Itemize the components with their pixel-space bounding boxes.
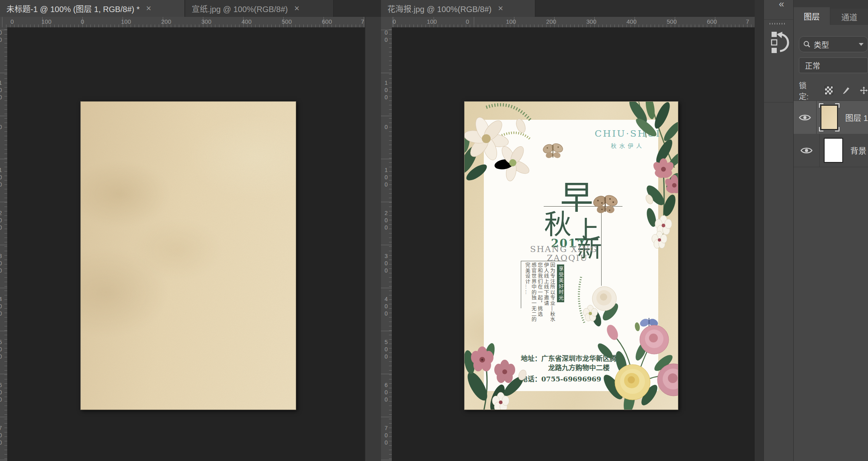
butterfly-icon	[592, 193, 618, 216]
ruler-minor-ticks	[392, 25, 755, 27]
tab-channels[interactable]: 通道	[831, 9, 868, 25]
tab-layers[interactable]: 图层	[794, 7, 830, 25]
ruler-label: 700	[383, 425, 389, 447]
ruler-minor-ticks	[4, 27, 7, 461]
tab-untitled-1-label: 未标题-1 @ 100% (图层 1, RGB/8#) *	[6, 3, 140, 14]
collapsed-panel-strip	[764, 0, 794, 461]
lock-brush-icon[interactable]	[842, 86, 850, 95]
ruler-label: 300	[201, 18, 211, 25]
history-panel-icon[interactable]	[770, 30, 788, 53]
vertical-ruler-left-pane[interactable]: 00 100 0 100 200 300 400 500 600 700 800	[0, 27, 8, 461]
panel-tab-bar: 图层 通道	[794, 7, 868, 25]
tab-xuanzhi-label: 宣纸.jpg @ 100%(RGB/8#)	[192, 3, 288, 14]
ruler-minor-ticks	[389, 27, 392, 461]
ruler-label: 700	[0, 425, 4, 447]
ruler-label: 100	[506, 18, 516, 25]
ruler-label: 0	[466, 18, 469, 25]
eye-icon	[800, 147, 813, 154]
ruler-label: 300	[586, 18, 596, 25]
ruler-label: 600	[383, 382, 389, 404]
frame-line-v2	[521, 261, 521, 308]
tab-huahaibao-label: 花海报.jpg @ 100%(RGB/8#)	[387, 3, 491, 14]
chevron-down-icon	[859, 43, 864, 46]
ruler-label: 0	[81, 18, 84, 25]
close-icon[interactable]: ×	[294, 4, 299, 13]
layer-thumbnail[interactable]	[821, 105, 838, 130]
lock-row: 锁定:	[799, 80, 868, 101]
ruler-label: 600	[322, 18, 332, 25]
ruler-label: 200	[0, 210, 4, 232]
ruler-label: 0	[383, 124, 389, 131]
ruler-label: 500	[282, 18, 292, 25]
grip-handle[interactable]	[770, 23, 786, 25]
ruler-label: 400	[383, 296, 389, 318]
ruler-label: 7	[746, 18, 749, 25]
pane-divider[interactable]	[365, 17, 382, 461]
ruler-label: 0	[0, 124, 4, 131]
ruler-minor-ticks	[0, 25, 365, 27]
horizontal-ruler-right-pane[interactable]: 0 100 0 100 200 300 400 500 600 7	[392, 17, 755, 28]
flower-cluster-bottom-left	[464, 338, 534, 410]
blend-mode-dropdown[interactable]: 正常	[799, 57, 868, 73]
horizontal-ruler-left-pane[interactable]: 0 100 0 100 200 300 400 500 600 7	[0, 17, 365, 28]
body-column: 完美设计……	[524, 262, 530, 334]
poster-subtitle-1: SHANG XING	[530, 244, 598, 254]
canvas-flower-poster[interactable]: CHIU·SHUI 秋水伊人 早 秋 上 新 2017 SHANG XING Z…	[464, 101, 678, 410]
ruler-label: 200	[546, 18, 556, 25]
poster-subtitle-2: ZAOQIU	[547, 253, 588, 263]
tab-huahaibao-jpg[interactable]: 花海报.jpg @ 100%(RGB/8#) ×	[381, 0, 535, 17]
layer-thumbnail[interactable]	[824, 138, 843, 163]
ruler-label: 100	[427, 18, 437, 25]
ruler-label: 500	[667, 18, 677, 25]
collapse-panels-icon[interactable]: «	[779, 0, 784, 10]
flower-cluster-mid	[572, 274, 624, 330]
layer-row-selected[interactable]: 图层 1	[794, 100, 868, 134]
document-tab-bar: 未标题-1 @ 100% (图层 1, RGB/8#) * × 宣纸.jpg @…	[0, 0, 868, 17]
tab-xuanzhi-jpg[interactable]: 宣纸.jpg @ 100%(RGB/8#) ×	[185, 0, 334, 17]
ruler-label: 200	[383, 210, 389, 232]
visibility-toggle[interactable]	[794, 101, 817, 134]
ruler-label: 100	[383, 80, 389, 101]
layers-panel: 图层 通道 类型 正常 锁定:	[794, 0, 868, 461]
ruler-label: 400	[242, 18, 252, 25]
ruler-label: 100	[121, 18, 131, 25]
ruler-label: 0	[393, 18, 396, 25]
visibility-toggle[interactable]	[794, 134, 820, 167]
ruler-label: 00	[0, 29, 4, 44]
layers-panel-body: 类型 正常 锁定:	[794, 25, 868, 461]
poster-body-text: 因为专注所以专业—秋水 伊人线上线下邀请 您和我们在一起，挑选 感官世界中的独一…	[523, 262, 555, 334]
vertical-ruler-right-pane[interactable]: 00 100 0 100 200 300 400 500 600 700 800	[381, 27, 392, 461]
body-column: 伊人线上线下邀请	[542, 262, 549, 334]
ruler-label: 600	[0, 382, 4, 404]
close-icon[interactable]: ×	[498, 4, 503, 13]
tab-untitled-1[interactable]: 未标题-1 @ 100% (图层 1, RGB/8#) * ×	[0, 0, 185, 17]
flower-cluster-right	[641, 157, 678, 254]
canvas-untitled-paper-texture[interactable]	[80, 101, 296, 410]
dock-gap	[755, 0, 764, 461]
ruler-label: 100	[0, 167, 4, 188]
butterfly-icon	[542, 141, 564, 161]
layer-row-background[interactable]: 背景	[794, 134, 868, 167]
ruler-label: 500	[0, 339, 4, 361]
ruler-label: 600	[707, 18, 717, 25]
ruler-label: 0	[10, 18, 14, 25]
blend-mode-value: 正常	[805, 60, 820, 71]
photoshop-window: 未标题-1 @ 100% (图层 1, RGB/8#) * × 宣纸.jpg @…	[0, 0, 868, 461]
search-icon	[803, 41, 811, 48]
ruler-label: 300	[0, 253, 4, 275]
lock-position-icon[interactable]	[860, 86, 868, 95]
ruler-label: 400	[626, 18, 637, 25]
lock-transparency-icon[interactable]	[825, 86, 833, 95]
layer-name[interactable]: 背景	[850, 145, 866, 156]
ruler-label: 00	[383, 29, 389, 44]
title-char-qiu: 秋	[544, 211, 571, 238]
ruler-label: 500	[383, 339, 389, 361]
layer-filter-dropdown[interactable]: 类型	[799, 36, 868, 52]
paper-texture	[81, 102, 296, 410]
eye-icon	[799, 114, 811, 121]
panel-icon-group	[764, 19, 793, 102]
ruler-label: 100	[41, 18, 51, 25]
layer-name[interactable]: 图层 1	[845, 112, 868, 123]
close-icon[interactable]: ×	[146, 4, 151, 13]
filter-value: 类型	[814, 39, 829, 50]
